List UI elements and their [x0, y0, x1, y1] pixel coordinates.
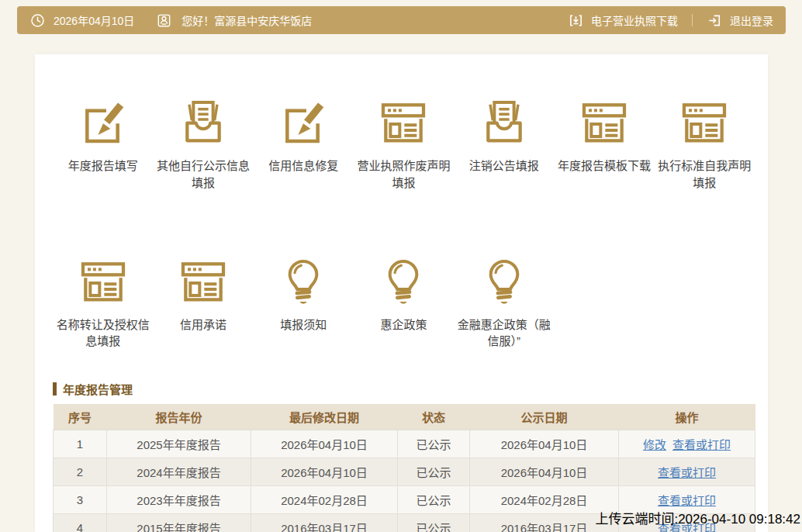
shortcut-label: 名称转让及授权信息填报: [53, 316, 153, 351]
user-icon: [156, 12, 172, 29]
shortcut-row1-4[interactable]: 营业执照作废声明填报: [354, 98, 454, 192]
cell-modified-date: 2016年03月17日: [251, 513, 398, 532]
action-link[interactable]: 查看或打印: [658, 494, 716, 507]
license-download-label: 电子营业执照下载: [591, 12, 678, 28]
cell-no: 1: [54, 430, 107, 458]
table-row: 1 2025年年度报告 2026年04月10日 已公示 2026年04月10日 …: [54, 430, 755, 458]
cell-status: 已公示: [398, 513, 470, 532]
cell-modified-date: 2026年04月10日: [251, 430, 398, 458]
shortcut-row2-1[interactable]: 名称转让及授权信息填报: [53, 257, 153, 351]
cell-report-year: 2024年年度报告: [107, 458, 251, 485]
download-icon: [568, 12, 584, 29]
shortcut-row1-3[interactable]: 信用信息修复: [254, 98, 354, 192]
logout-icon: [707, 12, 723, 29]
shortcut-label: 注销公告填报: [469, 157, 539, 174]
browser-icon: [679, 98, 729, 147]
shortcut-label: 其他自行公示信息填报: [153, 157, 253, 192]
section-title-bar: [53, 382, 57, 396]
shortcut-row2-2[interactable]: 信用承诺: [153, 257, 253, 351]
edit-icon: [78, 98, 128, 147]
action-link[interactable]: 查看或打印: [658, 466, 716, 479]
logout-button[interactable]: 退出登录: [707, 12, 773, 29]
clock-icon: [29, 12, 46, 29]
table-row: 2 2024年年度报告 2026年04月10日 已公示 2026年04月10日 …: [54, 458, 755, 485]
cell-publish-date: 2026年04月10日: [470, 430, 619, 458]
cell-no: 4: [54, 513, 107, 532]
topbar-divider: [692, 14, 693, 26]
action-link[interactable]: 查看或打印: [672, 438, 731, 451]
cell-publish-date: 2026年04月10日: [470, 458, 619, 485]
current-date: 2026年04月10日: [54, 12, 134, 28]
upload-time-overlay: 上传云端时间:2026-04-10 09:18:42: [595, 508, 800, 527]
column-header: 操作: [619, 404, 755, 430]
browser-icon: [379, 98, 428, 147]
logout-label: 退出登录: [730, 12, 773, 28]
inbox-icon: [178, 98, 228, 147]
shortcut-row1-7[interactable]: 执行标准自我声明填报: [655, 98, 755, 192]
inbox-icon: [479, 98, 529, 147]
column-header: 最后修改日期: [251, 404, 398, 430]
topbar-left: 2026年04月10日 您好！富源县中安庆华饭店: [29, 12, 312, 29]
column-header: 报告年份: [107, 404, 251, 430]
shortcut-row2-3[interactable]: 填报须知: [254, 257, 354, 351]
cell-actions: 查看或打印: [619, 458, 755, 485]
table-header-row: 序号报告年份最后修改日期状态公示日期操作: [54, 404, 755, 430]
shortcut-label: 营业执照作废声明填报: [354, 157, 454, 192]
browser-icon: [178, 257, 228, 306]
shortcut-row1-6[interactable]: 年度报告模板下载: [554, 98, 654, 192]
column-header: 公示日期: [470, 404, 619, 430]
annual-report-section-title: 年度报告管理: [53, 381, 755, 397]
cell-status: 已公示: [398, 430, 470, 458]
main-card: 年度报告填写 其他自行公示信息填报 信用信息修复 营业执照作废声明填报 注销公告…: [35, 54, 768, 532]
cell-status: 已公示: [398, 458, 470, 485]
shortcut-label: 惠企政策: [380, 316, 427, 333]
column-header: 状态: [398, 404, 470, 430]
greeting-text: 您好！富源县中安庆华饭店: [181, 12, 312, 28]
shortcut-row1-5[interactable]: 注销公告填报: [454, 98, 554, 192]
cell-report-year: 2025年年度报告: [107, 430, 251, 458]
cell-modified-date: 2026年04月10日: [251, 458, 398, 485]
shortcut-label: 金融惠企政策（融信服）”: [454, 316, 554, 351]
shortcut-label: 年度报告模板下载: [558, 157, 651, 174]
cell-actions: 修改查看或打印: [619, 430, 755, 458]
topbar: 2026年04月10日 您好！富源县中安庆华饭店 电子营业执照下载 退出登录: [17, 6, 786, 34]
bulb-icon: [379, 257, 428, 306]
action-link[interactable]: 修改: [643, 438, 666, 451]
shortcut-label: 填报须知: [280, 316, 327, 333]
edit-icon: [278, 98, 328, 147]
shortcut-label: 信用承诺: [180, 316, 226, 333]
bulb-icon: [479, 257, 529, 306]
shortcut-label: 年度报告填写: [68, 157, 138, 174]
shortcut-label: 执行标准自我声明填报: [655, 157, 755, 192]
bulb-icon: [278, 257, 328, 306]
cell-status: 已公示: [398, 485, 470, 513]
browser-icon: [78, 257, 128, 306]
shortcut-label: 信用信息修复: [268, 157, 338, 174]
shortcut-row2-5[interactable]: 金融惠企政策（融信服）”: [454, 257, 554, 351]
license-download-button[interactable]: 电子营业执照下载: [568, 12, 678, 29]
cell-report-year: 2023年年度报告: [107, 485, 251, 513]
shortcut-row1-2[interactable]: 其他自行公示信息填报: [153, 98, 253, 192]
section-title-text: 年度报告管理: [63, 381, 133, 397]
topbar-right: 电子营业执照下载 退出登录: [568, 12, 773, 29]
column-header: 序号: [54, 404, 107, 430]
cell-no: 3: [54, 485, 107, 513]
shortcut-row1-1[interactable]: 年度报告填写: [53, 98, 153, 192]
cell-report-year: 2015年年度报告: [107, 513, 251, 532]
cell-modified-date: 2024年02月28日: [251, 485, 398, 513]
cell-no: 2: [54, 458, 107, 485]
shortcut-grid: 年度报告填写 其他自行公示信息填报 信用信息修复 营业执照作废声明填报 注销公告…: [53, 54, 755, 350]
shortcut-row2-4[interactable]: 惠企政策: [354, 257, 454, 351]
browser-icon: [579, 98, 629, 147]
